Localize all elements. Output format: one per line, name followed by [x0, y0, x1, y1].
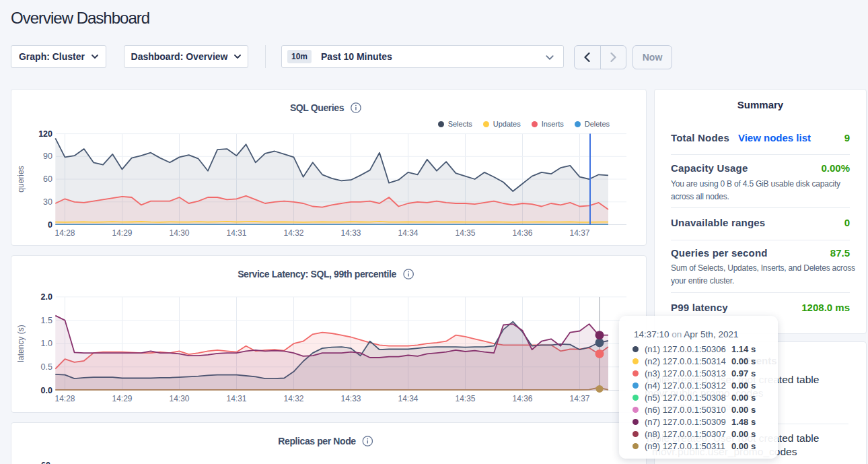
svg-text:14:30: 14:30	[169, 228, 189, 238]
svg-text:14:37: 14:37	[569, 228, 589, 238]
svg-text:0.0: 0.0	[41, 386, 52, 395]
svg-text:60: 60	[43, 174, 52, 184]
svg-text:14:35: 14:35	[455, 394, 475, 403]
svg-text:queries: queries	[16, 166, 26, 192]
svg-text:14:29: 14:29	[112, 228, 132, 238]
svg-text:14:35: 14:35	[455, 228, 475, 238]
svg-text:latency (s): latency (s)	[16, 325, 26, 362]
svg-text:14:34: 14:34	[398, 394, 418, 403]
svg-text:14:30: 14:30	[169, 394, 189, 403]
svg-text:90: 90	[43, 152, 52, 161]
svg-text:14:36: 14:36	[512, 394, 532, 403]
svg-text:30: 30	[43, 197, 52, 207]
svg-text:120: 120	[38, 129, 52, 139]
svg-text:14:31: 14:31	[226, 394, 246, 403]
svg-text:14:29: 14:29	[112, 394, 132, 403]
svg-text:0.5: 0.5	[41, 362, 52, 372]
svg-text:2.0: 2.0	[41, 292, 52, 302]
svg-text:14:28: 14:28	[55, 228, 75, 238]
svg-text:14:32: 14:32	[283, 228, 303, 238]
svg-text:14:33: 14:33	[340, 228, 361, 238]
svg-text:1.0: 1.0	[41, 339, 52, 348]
svg-text:14:31: 14:31	[226, 228, 246, 238]
svg-text:14:32: 14:32	[283, 394, 303, 403]
svg-text:14:28: 14:28	[55, 394, 75, 403]
svg-text:1.5: 1.5	[41, 316, 52, 325]
svg-text:14:37: 14:37	[569, 394, 589, 403]
svg-text:0: 0	[48, 220, 52, 230]
svg-text:14:36: 14:36	[512, 228, 532, 238]
svg-text:14:34: 14:34	[398, 228, 418, 238]
svg-text:14:33: 14:33	[340, 394, 361, 403]
